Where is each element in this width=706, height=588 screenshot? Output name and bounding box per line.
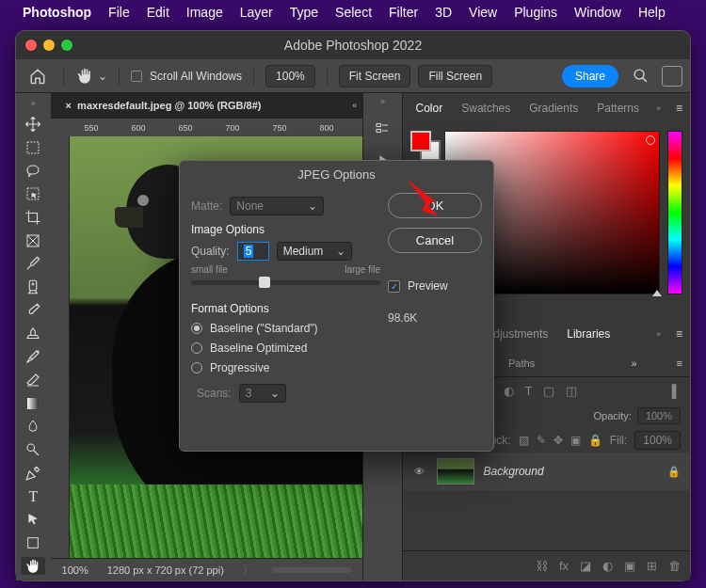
search-icon[interactable]: [626, 64, 654, 88]
menu-file[interactable]: File: [108, 5, 130, 20]
menu-plugins[interactable]: Plugins: [514, 5, 557, 20]
group-icon[interactable]: ▣: [624, 559, 635, 573]
layer-style-icon[interactable]: fx: [559, 559, 569, 573]
history-brush-tool-icon[interactable]: [21, 348, 45, 366]
move-tool-icon[interactable]: [21, 116, 45, 134]
doc-tab-collapse-icon[interactable]: «: [352, 101, 357, 110]
ruler-horizontal[interactable]: 550 600 650 700 750 800 850: [51, 118, 363, 136]
share-button[interactable]: Share: [562, 65, 618, 87]
titlebar[interactable]: Adobe Photoshop 2022: [16, 31, 690, 59]
layer-row-background[interactable]: 👁 Background 🔒: [403, 453, 690, 490]
menu-select[interactable]: Select: [335, 5, 372, 20]
lock-pixels-icon[interactable]: ✎: [537, 434, 546, 447]
adjust-panel-menu-icon[interactable]: ≡: [668, 319, 690, 349]
document-tab[interactable]: × maxresdefault.jpeg @ 100% (RGB/8#) «: [51, 93, 363, 118]
radio-baseline-optimized[interactable]: [191, 342, 202, 354]
cancel-button[interactable]: Cancel: [388, 228, 482, 253]
layer-name[interactable]: Background: [484, 465, 658, 478]
tab-paths[interactable]: Paths: [508, 358, 535, 369]
delete-layer-icon[interactable]: 🗑: [668, 559, 681, 573]
link-layers-icon[interactable]: ⛓: [536, 559, 548, 573]
quality-preset-dropdown[interactable]: Medium: [277, 242, 352, 261]
home-button[interactable]: [24, 64, 52, 88]
menu-layer[interactable]: Layer: [240, 5, 273, 20]
panel-expand-icon[interactable]: »: [380, 97, 385, 106]
menu-view[interactable]: View: [469, 5, 497, 20]
foreground-color-swatch[interactable]: [410, 131, 431, 151]
color-panel-menu-icon[interactable]: ≡: [668, 93, 690, 123]
workspace-layout-icon[interactable]: [662, 66, 682, 87]
ok-button[interactable]: OK: [388, 193, 482, 218]
layers-collapse-icon[interactable]: »: [623, 358, 644, 369]
filter-shape-icon[interactable]: ▢: [543, 384, 554, 398]
fit-screen-button[interactable]: Fit Screen: [339, 65, 411, 87]
radio-baseline-standard[interactable]: [191, 323, 202, 334]
lasso-tool-icon[interactable]: [21, 162, 45, 180]
marquee-tool-icon[interactable]: [21, 139, 45, 157]
tab-gradients[interactable]: Gradients: [520, 93, 587, 123]
filter-type-icon[interactable]: T: [525, 384, 533, 398]
menu-help[interactable]: Help: [638, 5, 666, 20]
hand-tool-icon[interactable]: [21, 557, 45, 575]
eraser-tool-icon[interactable]: [21, 372, 45, 389]
status-zoom[interactable]: 100%: [62, 564, 88, 576]
matte-dropdown[interactable]: None: [230, 197, 324, 215]
blur-tool-icon[interactable]: [21, 418, 45, 436]
lock-transparent-icon[interactable]: ▨: [519, 434, 529, 447]
tab-patterns[interactable]: Patterns: [587, 93, 649, 123]
preview-checkbox[interactable]: [388, 280, 400, 293]
status-dimensions[interactable]: 1280 px x 720 px (72 ppi): [107, 564, 224, 576]
brush-tool-icon[interactable]: [21, 302, 45, 320]
healing-brush-tool-icon[interactable]: [21, 278, 45, 296]
layer-thumbnail[interactable]: [437, 458, 474, 485]
tab-swatches[interactable]: Swatches: [452, 93, 520, 123]
properties-panel-icon[interactable]: [372, 118, 393, 138]
lock-all-icon[interactable]: 🔒: [588, 434, 602, 447]
color-panel-collapse-icon[interactable]: »: [649, 93, 668, 123]
menu-edit[interactable]: Edit: [147, 5, 169, 20]
zoom-percent-field[interactable]: 100%: [265, 65, 315, 87]
path-select-tool-icon[interactable]: [21, 511, 45, 529]
filter-toggle-icon[interactable]: ▌: [672, 384, 681, 398]
pen-tool-icon[interactable]: [21, 464, 45, 482]
menu-window[interactable]: Window: [574, 5, 621, 20]
adjust-panel-collapse-icon[interactable]: »: [649, 319, 668, 349]
rectangle-tool-icon[interactable]: [21, 534, 45, 552]
crop-tool-icon[interactable]: [21, 209, 45, 227]
opacity-field[interactable]: 100%: [637, 407, 681, 424]
filter-smart-icon[interactable]: ◫: [566, 384, 577, 398]
zoom-window-icon[interactable]: [61, 40, 72, 51]
layer-mask-icon[interactable]: ◪: [580, 559, 591, 573]
adjustment-layer-icon[interactable]: ◐: [602, 559, 613, 573]
status-scrollbar[interactable]: [272, 567, 351, 573]
fill-screen-button[interactable]: Fill Screen: [418, 65, 492, 87]
visibility-toggle-icon[interactable]: 👁: [412, 466, 427, 477]
ruler-vertical[interactable]: [51, 136, 70, 558]
menu-3d[interactable]: 3D: [435, 5, 452, 20]
clone-stamp-tool-icon[interactable]: [21, 325, 45, 342]
minimize-window-icon[interactable]: [43, 40, 55, 51]
quality-input[interactable]: 5: [237, 242, 269, 261]
tools-collapse-icon[interactable]: »: [31, 99, 36, 110]
tab-color[interactable]: Color: [407, 93, 453, 123]
hue-slider[interactable]: [667, 131, 682, 294]
eyedropper-tool-icon[interactable]: [21, 255, 45, 273]
dodge-tool-icon[interactable]: [21, 441, 45, 459]
layer-lock-icon[interactable]: 🔒: [667, 466, 681, 478]
new-layer-icon[interactable]: ⊞: [647, 559, 657, 573]
menu-type[interactable]: Type: [290, 5, 318, 20]
quality-slider[interactable]: [191, 280, 380, 285]
type-tool-icon[interactable]: T: [21, 487, 45, 505]
close-window-icon[interactable]: [25, 40, 37, 51]
radio-progressive[interactable]: [191, 362, 202, 373]
gradient-tool-icon[interactable]: [21, 394, 45, 412]
filter-adjustment-icon[interactable]: ◐: [504, 384, 514, 398]
frame-tool-icon[interactable]: [21, 231, 45, 249]
object-select-tool-icon[interactable]: [21, 185, 45, 203]
menu-filter[interactable]: Filter: [389, 5, 418, 20]
menu-image[interactable]: Image: [186, 5, 223, 20]
lock-artboard-icon[interactable]: ▣: [570, 434, 581, 447]
menu-app-name[interactable]: Photoshop: [23, 5, 91, 20]
lock-position-icon[interactable]: ✥: [554, 434, 563, 447]
layers-menu-icon[interactable]: ≡: [669, 358, 690, 369]
